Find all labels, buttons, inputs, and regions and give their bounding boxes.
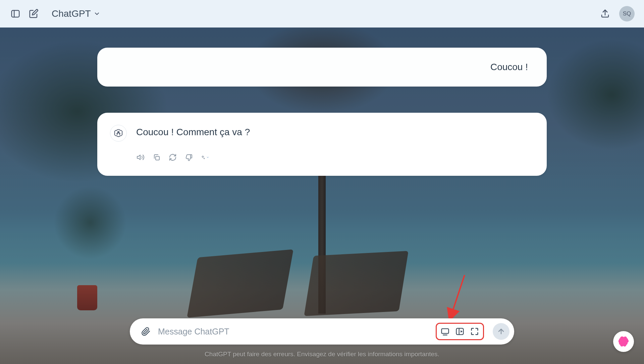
speaker-icon [137,153,145,161]
assistant-avatar [110,125,127,142]
regenerate-button[interactable] [168,153,177,162]
app-title: ChatGPT [52,8,91,19]
highlighted-tools [436,323,484,340]
copy-icon [153,153,161,161]
brain-icon [617,335,630,348]
copy-button[interactable] [152,153,161,162]
message-actions [136,153,250,162]
disclaimer-text: ChatGPT peut faire des erreurs. Envisage… [205,351,439,358]
svg-marker-3 [137,155,140,160]
toggle-sidebar-button[interactable] [9,8,21,20]
upload-icon [600,9,610,19]
svg-rect-4 [156,156,159,160]
screen-tool-button[interactable] [440,326,450,336]
sparkle-icon [201,154,205,161]
sidebar-icon [10,9,20,19]
main-area: Coucou ! Coucou ! Comment ça va ? [0,28,644,364]
assistant-message-text: Coucou ! Comment ça va ? [136,124,250,138]
app-header: ChatGPT SQ [0,0,644,28]
svg-rect-6 [442,329,449,333]
user-message-text: Coucou ! [490,62,528,72]
chat-column: Coucou ! Coucou ! Comment ça va ? [97,48,547,176]
svg-marker-10 [461,330,463,333]
paperclip-icon [141,327,151,336]
assistant-body: Coucou ! Comment ça va ? [136,124,250,162]
panel-tool-button[interactable] [455,326,465,336]
refresh-icon [169,153,177,161]
header-left: ChatGPT [9,8,100,20]
expand-icon [470,327,479,336]
panel-play-icon [455,327,465,336]
share-button[interactable] [599,8,611,20]
bad-response-button[interactable] [184,153,193,162]
extension-badge[interactable] [613,331,634,352]
assistant-message-bubble: Coucou ! Comment ça va ? [97,113,547,176]
chevron-down-icon [206,155,209,160]
message-input[interactable] [158,327,430,336]
model-selector[interactable]: ChatGPT [52,8,100,19]
send-button[interactable] [493,323,509,340]
new-chat-button[interactable] [28,8,40,20]
thumbs-down-icon [185,153,193,161]
compose-icon [29,9,39,19]
chevron-down-icon [94,10,100,17]
header-right: SQ [599,6,635,21]
avatar-initials: SQ [623,10,631,17]
read-aloud-button[interactable] [136,153,145,162]
expand-tool-button[interactable] [470,326,480,336]
change-model-button[interactable] [201,153,209,162]
composer [130,318,514,345]
svg-rect-0 [12,10,19,17]
user-message-bubble: Coucou ! [97,48,547,87]
attach-button[interactable] [140,325,152,337]
chatgpt-logo-icon [114,128,123,138]
arrow-up-icon [497,327,505,335]
user-avatar[interactable]: SQ [619,6,635,21]
monitor-icon [440,327,450,336]
